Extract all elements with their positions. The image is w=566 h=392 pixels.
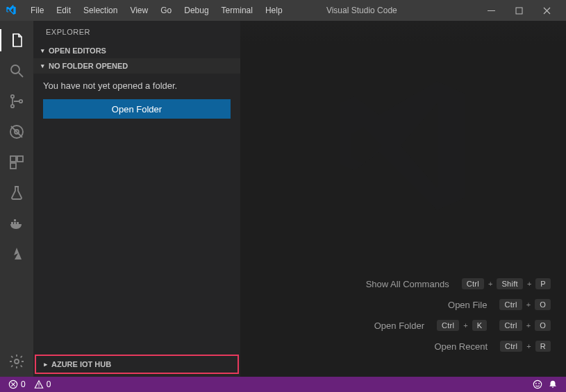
activity-search-icon[interactable] <box>0 56 33 86</box>
azure-iot-hub-highlight: ▾ AZURE IOT HUB <box>35 355 239 374</box>
menu-help[interactable]: Help <box>260 3 288 18</box>
shortcut-label: Show All Commands <box>338 279 449 289</box>
shortcut-row: Open FileCtrl+O <box>313 299 551 310</box>
svg-point-5 <box>19 100 22 103</box>
activity-git-icon[interactable] <box>0 86 33 117</box>
menu-edit[interactable]: Edit <box>51 3 76 18</box>
svg-rect-11 <box>11 222 13 224</box>
svg-rect-9 <box>17 156 23 162</box>
plus-icon: + <box>527 280 531 288</box>
plus-icon: + <box>526 342 531 350</box>
keycap: O <box>535 299 551 310</box>
svg-rect-14 <box>14 219 16 221</box>
menu-view[interactable]: View <box>124 3 153 18</box>
svg-rect-12 <box>14 222 16 224</box>
activity-docker-icon[interactable] <box>0 208 33 239</box>
keycap: Ctrl <box>500 341 522 352</box>
chevron-down-icon: ▾ <box>39 48 46 54</box>
shortcut-keys: Ctrl+KCtrl+O <box>437 320 551 331</box>
editor-area: Show All CommandsCtrl+Shift+POpen FileCt… <box>240 21 566 377</box>
close-button[interactable] <box>533 0 560 21</box>
keycap: Ctrl <box>437 320 459 331</box>
svg-rect-17 <box>38 383 39 386</box>
window-controls <box>477 0 560 21</box>
plus-icon: + <box>463 321 467 330</box>
status-bell-icon[interactable] <box>545 380 560 389</box>
svg-rect-13 <box>17 222 19 224</box>
shortcut-list: Show All CommandsCtrl+Shift+POpen FileCt… <box>313 278 551 352</box>
maximize-button[interactable] <box>505 0 533 21</box>
svg-point-2 <box>11 65 19 74</box>
section-azure-iot-hub[interactable]: ▾ AZURE IOT HUB <box>36 356 238 373</box>
no-folder-body: You have not yet opened a folder. Open F… <box>33 74 240 128</box>
title-bar: File Edit Selection View Go Debug Termin… <box>0 0 566 21</box>
shortcut-row: Open FolderCtrl+KCtrl+O <box>313 320 551 331</box>
section-no-folder[interactable]: ▾ NO FOLDER OPENED <box>33 58 240 74</box>
keycap: R <box>535 341 551 352</box>
shortcut-label: Open Recent <box>376 341 488 352</box>
menu-bar: File Edit Selection View Go Debug Termin… <box>25 3 288 18</box>
activity-bar <box>0 21 33 377</box>
warning-count: 0 <box>47 380 51 389</box>
keycap: Ctrl <box>499 299 522 310</box>
plus-icon: + <box>526 300 531 309</box>
activity-beaker-icon[interactable] <box>0 178 33 208</box>
keycap: P <box>535 278 551 289</box>
svg-point-3 <box>11 95 14 98</box>
svg-point-19 <box>533 380 541 388</box>
minimize-button[interactable] <box>477 0 505 21</box>
svg-rect-0 <box>488 10 495 11</box>
activity-files-icon[interactable] <box>0 25 33 56</box>
shortcut-label: Open File <box>376 300 487 310</box>
svg-point-15 <box>15 359 19 364</box>
vscode-logo-icon <box>6 5 17 16</box>
status-bar: 0 0 <box>0 377 566 392</box>
window-title: Visual Studio Code <box>288 6 477 15</box>
activity-debug-icon[interactable] <box>0 117 33 147</box>
section-label: AZURE IOT HUB <box>51 360 111 368</box>
section-open-editors[interactable]: ▾ OPEN EDITORS <box>33 43 240 58</box>
shortcut-keys: Ctrl+O <box>499 299 551 310</box>
no-folder-message: You have not yet opened a folder. <box>43 80 231 91</box>
status-errors[interactable]: 0 <box>6 380 28 389</box>
plus-icon: + <box>526 321 531 330</box>
section-label: OPEN EDITORS <box>49 46 106 55</box>
explorer-sidebar: EXPLORER ▾ OPEN EDITORS ▾ NO FOLDER OPEN… <box>33 21 240 377</box>
menu-terminal[interactable]: Terminal <box>216 3 258 18</box>
svg-rect-18 <box>38 386 39 387</box>
keycap: Ctrl <box>462 278 484 289</box>
status-feedback-icon[interactable] <box>530 380 545 389</box>
svg-rect-8 <box>10 156 16 162</box>
keycap: Ctrl <box>499 320 522 331</box>
menu-selection[interactable]: Selection <box>78 3 123 18</box>
shortcut-keys: Ctrl+Shift+P <box>462 278 551 289</box>
open-folder-button[interactable]: Open Folder <box>43 99 231 119</box>
activity-azure-icon[interactable] <box>0 239 33 269</box>
warning-icon <box>34 380 44 389</box>
menu-file[interactable]: File <box>25 3 49 18</box>
vscode-watermark-icon <box>327 69 480 225</box>
plus-icon: + <box>488 280 492 288</box>
shortcut-row: Open RecentCtrl+R <box>313 341 551 352</box>
menu-go[interactable]: Go <box>155 3 177 18</box>
shortcut-row: Show All CommandsCtrl+Shift+P <box>313 278 551 289</box>
keycap: K <box>472 320 488 331</box>
status-warnings[interactable]: 0 <box>31 380 54 389</box>
error-count: 0 <box>21 380 26 389</box>
menu-debug[interactable]: Debug <box>178 3 214 18</box>
shortcut-label: Open Folder <box>313 321 424 331</box>
section-label: NO FOLDER OPENED <box>49 62 128 70</box>
svg-point-20 <box>535 383 537 384</box>
activity-extensions-icon[interactable] <box>0 147 33 178</box>
svg-point-4 <box>11 105 14 108</box>
keycap: O <box>535 320 551 331</box>
svg-point-21 <box>538 383 540 384</box>
chevron-down-icon: ▾ <box>39 63 46 69</box>
sidebar-title: EXPLORER <box>33 21 240 43</box>
error-icon <box>8 380 18 389</box>
svg-rect-10 <box>10 163 16 169</box>
activity-gear-icon[interactable] <box>0 346 33 377</box>
keycap: Shift <box>497 278 523 289</box>
svg-rect-1 <box>516 8 522 14</box>
tab-shadow <box>240 21 566 44</box>
